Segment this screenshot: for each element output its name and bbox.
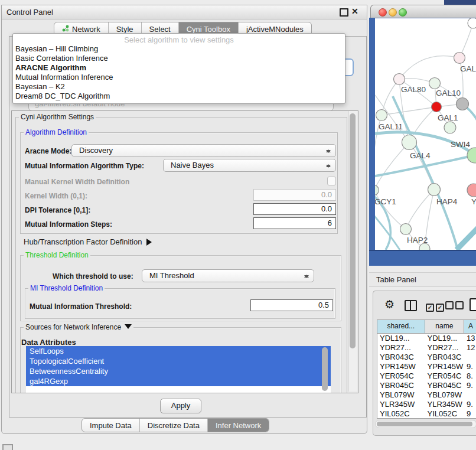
hub-definition-toggle[interactable]: Hub/Transcription Factor Definition bbox=[24, 237, 155, 246]
network-view-canvas[interactable]: GALGAL80GAL10GAL1GAL11GAL4SWI4GCY1HAP4YH… bbox=[375, 18, 476, 250]
network-node-label: GAL11 bbox=[379, 122, 403, 131]
network-node[interactable] bbox=[400, 224, 412, 235]
network-node[interactable] bbox=[444, 122, 456, 133]
combo-arrows-icon bbox=[304, 272, 309, 281]
table-cell: YDR27... bbox=[377, 343, 425, 353]
table-cell: YIL052C bbox=[425, 409, 465, 419]
attribute-item[interactable]: TopologicalCoefficient bbox=[26, 356, 331, 366]
tab-discretize-data[interactable]: Discretize Data bbox=[140, 419, 208, 432]
kernel-width-label: Kernel Width (0,1): bbox=[25, 192, 87, 200]
network-node[interactable] bbox=[428, 184, 441, 196]
data-attributes-label: Data Attributes bbox=[21, 338, 76, 347]
network-node[interactable] bbox=[467, 184, 476, 197]
network-graph[interactable]: GALGAL80GAL10GAL1GAL11GAL4SWI4GCY1HAP4YH… bbox=[375, 18, 476, 250]
column-header-partial[interactable]: A bbox=[464, 320, 476, 333]
collapsed-panel-icon[interactable] bbox=[2, 444, 13, 450]
table-row[interactable]: YBL079WYBL079W bbox=[377, 390, 476, 400]
algorithm-option-selected[interactable]: ARACNE Algorithm bbox=[13, 63, 345, 73]
manual-kernel-width-checkbox[interactable] bbox=[327, 177, 336, 185]
kernel-width-field[interactable]: 0.0 bbox=[253, 189, 336, 201]
background-window-edge bbox=[444, 0, 476, 5]
mi-threshold-label: Mutual Information Threshold: bbox=[30, 302, 132, 311]
deselect-all-columns-icon[interactable] bbox=[445, 301, 464, 312]
network-window-titlebar[interactable] bbox=[370, 5, 476, 18]
network-edge[interactable] bbox=[382, 79, 399, 115]
aracne-mode-combo[interactable]: Discovery bbox=[71, 144, 336, 157]
network-node-label: SWI4 bbox=[451, 140, 470, 149]
minimize-traffic-light-icon[interactable] bbox=[389, 8, 397, 17]
cyni-algorithm-settings-title: Cyni Algorithm Settings bbox=[19, 113, 96, 120]
network-node[interactable] bbox=[376, 110, 387, 121]
column-header-name[interactable]: name bbox=[425, 320, 465, 333]
zoom-traffic-light-icon[interactable] bbox=[399, 8, 407, 17]
table-row[interactable]: YBR043CYBR043C bbox=[377, 353, 476, 362]
network-node[interactable] bbox=[375, 185, 379, 195]
mi-threshold-field[interactable]: 0.5 bbox=[250, 299, 333, 311]
mi-steps-label: Mutual Information Steps: bbox=[25, 220, 112, 229]
tab-infer-network[interactable]: Infer Network bbox=[208, 419, 269, 432]
network-edge[interactable] bbox=[382, 107, 436, 115]
algorithm-option[interactable]: Bayesian – Hill Climbing bbox=[13, 44, 345, 54]
algorithm-option[interactable]: Basic Correlation Inference bbox=[13, 54, 345, 63]
control-panel-titlebar[interactable]: Control Panel ✕ bbox=[2, 5, 367, 19]
network-node[interactable] bbox=[457, 98, 469, 110]
table-settings-gear-icon[interactable]: ⚙ bbox=[384, 299, 395, 310]
select-all-columns-icon[interactable]: ✓✓ bbox=[426, 301, 444, 312]
node-attribute-table: shared... name A YDL19...YDL19...13YDR27… bbox=[377, 319, 476, 419]
network-node[interactable] bbox=[402, 135, 417, 150]
control-panel-title: Control Panel bbox=[6, 8, 53, 17]
settings-scrollbar-thumb[interactable] bbox=[350, 113, 356, 348]
close-traffic-light-icon[interactable] bbox=[379, 8, 387, 17]
table-row[interactable]: YDL19...YDL19...13 bbox=[377, 334, 476, 343]
close-panel-icon[interactable]: ✕ bbox=[351, 6, 358, 16]
table-hscrollbar-thumb[interactable] bbox=[377, 422, 472, 426]
table-cell: YDL19... bbox=[425, 334, 465, 343]
table-row[interactable]: YIL052CYIL052C9 bbox=[377, 409, 476, 419]
apply-button[interactable]: Apply bbox=[160, 399, 201, 413]
table-row[interactable]: YDR27...YDR27...12 bbox=[377, 343, 476, 353]
sources-group-title[interactable]: Sources for Network Inference bbox=[24, 324, 133, 332]
aracne-mode-label: Aracne Mode: bbox=[25, 147, 71, 155]
attribute-list-scrollbar[interactable] bbox=[322, 347, 328, 391]
table-panel-titlebar[interactable]: Table Panel bbox=[369, 272, 476, 287]
table-cell: 9. bbox=[464, 381, 476, 390]
table-cell: YBR043C bbox=[425, 353, 465, 362]
table-row[interactable]: YER054CYER054C8. bbox=[377, 371, 476, 381]
network-edge[interactable] bbox=[399, 56, 459, 79]
which-threshold-combo[interactable]: MI Threshold bbox=[142, 269, 314, 282]
table-row[interactable]: YPR145WYPR145W9. bbox=[377, 362, 476, 371]
attribute-item[interactable]: gal4RGexp bbox=[26, 376, 331, 386]
network-node[interactable] bbox=[429, 78, 441, 89]
network-node[interactable] bbox=[454, 53, 465, 64]
network-node-label: GAL1 bbox=[438, 113, 458, 122]
algorithm-option[interactable]: Bayesian – K2 bbox=[13, 82, 345, 92]
column-header-shared-name[interactable]: shared... bbox=[377, 320, 425, 333]
mi-threshold-definition-title: MI Threshold Definition bbox=[28, 285, 105, 292]
table-row[interactable]: YBR045CYBR045C9. bbox=[377, 381, 476, 390]
network-edge[interactable] bbox=[375, 142, 409, 190]
algorithm-dropdown-list: Select algorithm to view settings Bayesi… bbox=[12, 33, 345, 104]
mi-algorithm-type-combo[interactable]: Naive Bayes bbox=[163, 159, 336, 172]
dpi-tolerance-field[interactable]: 0.0 bbox=[253, 203, 336, 215]
column-layout-icon[interactable] bbox=[405, 300, 417, 311]
table-cell: YPR145W bbox=[377, 362, 425, 371]
attribute-item[interactable]: BetweennessCentrality bbox=[26, 366, 331, 376]
algorithm-option[interactable]: Mutual Information Inference bbox=[13, 73, 345, 82]
settings-scrollbar-track[interactable] bbox=[348, 111, 357, 392]
network-node[interactable] bbox=[394, 74, 405, 85]
algorithm-definition-title: Algorithm Definition bbox=[24, 129, 89, 136]
network-edge[interactable] bbox=[457, 226, 476, 250]
mi-steps-field[interactable]: 6 bbox=[253, 217, 336, 229]
attribute-item[interactable]: SelfLoops bbox=[26, 346, 331, 356]
algorithm-option[interactable]: Dream8 DC_TDC Algorithm bbox=[13, 92, 345, 101]
float-panel-icon[interactable] bbox=[340, 8, 348, 17]
table-row[interactable]: YLR345WYLR345W9. bbox=[377, 400, 476, 409]
network-node[interactable] bbox=[432, 102, 442, 112]
new-table-doc-icon[interactable] bbox=[470, 298, 476, 311]
network-node-label: Y bbox=[471, 197, 476, 206]
table-hscrollbar-track[interactable] bbox=[375, 420, 476, 428]
settings-scrollpane: Cyni Algorithm Settings Algorithm Defini… bbox=[11, 110, 358, 393]
network-node[interactable] bbox=[468, 18, 476, 28]
tab-impute-data[interactable]: Impute Data bbox=[82, 419, 140, 432]
network-node-label: GAL bbox=[460, 64, 476, 73]
